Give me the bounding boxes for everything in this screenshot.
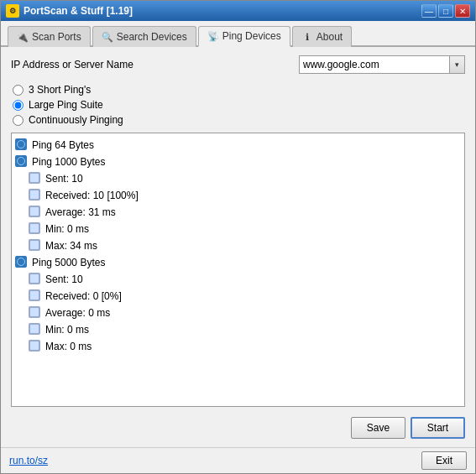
maximize-button[interactable]: □ [438,4,453,18]
tree-item-text: Sent: 10 [45,272,83,287]
bottom-buttons: Save Start [11,417,465,439]
tree-item-text: Max: 34 ms [45,238,97,253]
save-button[interactable]: Save [351,417,405,439]
result-icon [29,239,40,251]
tree-item-text: Ping 64 Bytes [32,138,94,153]
tree-item: Ping 64 Bytes [15,137,461,154]
short-ping-radio[interactable] [13,85,24,96]
start-button[interactable]: Start [411,417,465,439]
tree-item: Sent: 10 [15,170,461,187]
result-icon [29,172,40,184]
ip-input-wrap: ▾ [299,55,465,74]
continuous-ping-label: Continuously Pinging [29,114,123,126]
window-title: PortScan & Stuff [1.19] [24,5,133,17]
tree-item: Ping 5000 Bytes [15,254,461,271]
result-icon [29,189,40,201]
about-icon: ℹ [301,31,313,43]
tab-search-devices[interactable]: 🔍 Search Devices [92,26,196,47]
result-icon [29,273,40,284]
result-icon [29,306,40,318]
search-devices-icon: 🔍 [102,31,113,43]
tree-item-text: Average: 0 ms [45,305,110,320]
tab-about[interactable]: ℹ About [292,26,352,47]
tab-ping-devices[interactable]: 📡 Ping Devices [198,26,290,47]
main-content: IP Address or Server Name ▾ 3 Short Ping… [1,47,475,447]
tree-item: Received: 0 [0%] [15,288,461,305]
ip-row: IP Address or Server Name ▾ [11,55,465,74]
tab-scan-ports[interactable]: 🔌 Scan Ports [8,26,91,47]
ping-devices-icon: 📡 [207,30,219,42]
tree-item-text: Received: 10 [100%] [45,188,139,203]
tabs-bar: 🔌 Scan Ports 🔍 Search Devices 📡 Ping Dev… [1,21,475,47]
result-icon [29,323,40,335]
result-icon [29,289,40,301]
tree-item: Min: 0 ms [15,221,461,237]
tree-item-text: Average: 31 ms [45,205,116,220]
tree-item-text: Ping 5000 Bytes [32,255,105,270]
tree-item: Max: 0 ms [15,338,461,355]
ip-label: IP Address or Server Name [11,59,133,70]
results-box: Ping 64 BytesPing 1000 BytesSent: 10Rece… [11,133,465,407]
result-icon [29,206,40,217]
ping-icon [15,138,27,150]
title-bar-left: ⚙ PortScan & Stuff [1.19] [6,4,133,18]
tree-item-text: Min: 0 ms [45,221,89,237]
title-bar-controls: — □ ✕ [421,4,470,18]
footer-link[interactable]: run.to/sz [9,455,48,466]
main-window: ⚙ PortScan & Stuff [1.19] — □ ✕ 🔌 Scan P… [0,0,476,474]
radio-large-ping[interactable]: Large Ping Suite [13,99,465,111]
tree-item: Ping 1000 Bytes [15,154,461,170]
tree-item: Average: 31 ms [15,204,461,221]
footer-bar: run.to/sz Exit [1,447,475,473]
tree-item-text: Sent: 10 [45,171,83,186]
ip-input[interactable] [299,55,450,74]
tree-item: Received: 10 [100%] [15,187,461,204]
scan-ports-icon: 🔌 [17,31,29,43]
app-icon: ⚙ [6,4,19,18]
radio-continuous-ping[interactable]: Continuously Pinging [13,114,465,126]
tree-item: Min: 0 ms [15,321,461,338]
short-ping-label: 3 Short Ping's [29,84,91,96]
tree-item: Max: 34 ms [15,237,461,254]
tree-item: Average: 0 ms [15,305,461,321]
title-bar: ⚙ PortScan & Stuff [1.19] — □ ✕ [1,1,475,21]
ping-options: 3 Short Ping's Large Ping Suite Continuo… [13,84,465,126]
ip-dropdown-button[interactable]: ▾ [450,55,465,74]
exit-button[interactable]: Exit [421,451,467,470]
continuous-ping-radio[interactable] [13,115,24,126]
tree-item-text: Max: 0 ms [45,339,92,354]
result-icon [29,340,40,352]
radio-short-ping[interactable]: 3 Short Ping's [13,84,465,96]
ping-icon [15,256,27,268]
large-ping-radio[interactable] [13,100,24,111]
tree-item: Sent: 10 [15,271,461,288]
minimize-button[interactable]: — [421,4,437,18]
tree-item-text: Received: 0 [0%] [45,289,122,304]
tree-item-text: Min: 0 ms [45,322,89,337]
tree-item-text: Ping 1000 Bytes [32,154,105,169]
large-ping-label: Large Ping Suite [29,99,103,111]
close-button[interactable]: ✕ [455,4,470,18]
result-icon [29,222,40,234]
ping-icon [15,155,27,167]
